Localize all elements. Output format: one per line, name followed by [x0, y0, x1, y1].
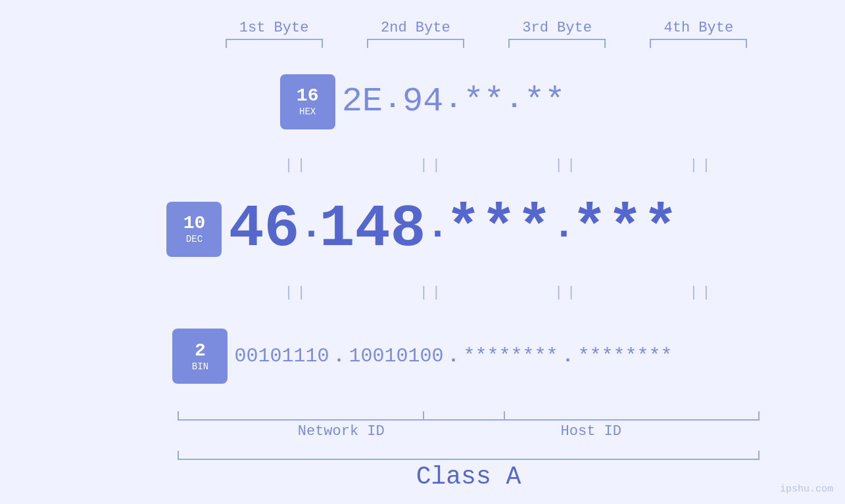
- bin-dot1: .: [329, 345, 349, 367]
- hex-byte1: 2E: [342, 82, 383, 121]
- main-container: 1st Byte 2nd Byte 3rd Byte 4th Byte 16 H…: [0, 0, 845, 504]
- bin-row: 2 BIN 00101110 . 10010100 . ******** . *…: [172, 302, 672, 410]
- eq1-b1: ||: [239, 157, 354, 173]
- class-bracket: [178, 451, 760, 460]
- equals-row-2: || || || ||: [85, 283, 760, 302]
- bottom-brackets: Network ID Host ID: [85, 411, 760, 444]
- hex-row: 16 HEX 2E . 94 . ** . **: [280, 48, 566, 156]
- hex-byte3: **: [464, 82, 504, 121]
- hex-dot3: .: [504, 85, 524, 115]
- bin-byte4: ********: [578, 345, 673, 367]
- byte4-header: 4th Byte: [638, 20, 760, 36]
- dec-badge: 10 DEC: [166, 202, 222, 257]
- dec-byte2: 148: [319, 196, 425, 263]
- watermark: ipshu.com: [780, 484, 833, 495]
- eq2-b2: ||: [374, 285, 489, 301]
- dec-byte3: ***: [446, 196, 552, 263]
- bin-byte2: 10010100: [349, 345, 443, 367]
- eq1-b2: ||: [374, 157, 489, 173]
- eq1-b3: ||: [510, 157, 625, 173]
- host-bracket: [423, 411, 760, 421]
- byte3-header: 3rd Byte: [496, 20, 618, 36]
- byte-headers: 1st Byte 2nd Byte 3rd Byte 4th Byte: [85, 20, 760, 36]
- eq1-b4: ||: [644, 157, 760, 173]
- dec-byte4: ***: [572, 196, 679, 263]
- hex-cells: 2E . 94 . ** . **: [342, 82, 566, 121]
- eq2-b4: ||: [644, 285, 760, 301]
- host-id-label: Host ID: [423, 423, 760, 440]
- class-row: Class A: [85, 451, 760, 491]
- bin-badge: 2 BIN: [172, 329, 228, 384]
- bin-dot2: .: [444, 345, 464, 367]
- eq2-b3: ||: [510, 285, 625, 301]
- bin-cells: 00101110 . 10010100 . ******** . *******…: [234, 345, 672, 367]
- hex-byte2: 94: [402, 82, 443, 121]
- hex-dot1: .: [383, 85, 402, 115]
- dec-dot1: .: [299, 204, 319, 248]
- byte2-header: 2nd Byte: [354, 20, 476, 36]
- equals-row-1: || || || ||: [85, 156, 760, 175]
- hex-byte4: **: [524, 82, 565, 121]
- eq2-b1: ||: [239, 285, 354, 301]
- hex-badge: 16 HEX: [280, 74, 335, 129]
- dec-byte1: 46: [228, 196, 299, 263]
- dec-row: 10 DEC 46 . 148 . *** . ***: [166, 175, 678, 283]
- bin-dot3: .: [558, 345, 578, 367]
- bin-byte1: 00101110: [234, 345, 329, 367]
- dec-dot3: .: [552, 204, 572, 248]
- bin-byte3: ********: [464, 345, 558, 367]
- top-brackets: [85, 39, 760, 48]
- dec-cells: 46 . 148 . *** . ***: [228, 196, 678, 263]
- class-label: Class A: [178, 463, 760, 491]
- hex-dot2: .: [444, 85, 464, 115]
- byte1-header: 1st Byte: [213, 20, 335, 36]
- dec-dot2: .: [426, 204, 446, 248]
